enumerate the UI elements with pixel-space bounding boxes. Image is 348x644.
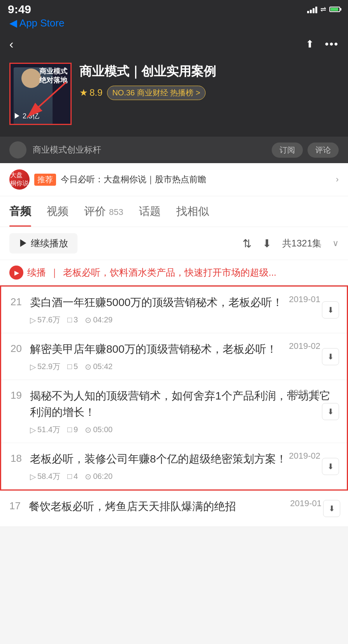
rec-text[interactable]: 今日必听：大盘桐你说｜股市热点前瞻 xyxy=(61,174,331,185)
continue-playing-bar[interactable]: 续播 ｜ 老板必听，饮料酒水类产品，快速打开市场的超级... xyxy=(0,260,348,285)
episode-download-button[interactable]: ⬇ xyxy=(322,403,339,420)
cover-text: 商业模式 绝对落地 xyxy=(39,67,67,85)
clock-icon: ⊙ xyxy=(85,315,91,325)
episode-plays: ▷ 51.4万 xyxy=(30,424,60,435)
subscribe-button[interactable]: 订阅 xyxy=(272,143,303,158)
status-bar: 9:49 ⇌ xyxy=(0,0,348,17)
episode-plays: ▷ 57.6万 xyxy=(30,315,60,325)
clock-icon: ⊙ xyxy=(85,425,91,435)
podcast-rating: ★ 8.9 xyxy=(79,87,102,98)
tab-audio-label: 音频 xyxy=(9,205,31,217)
tabs-bar: 音频 视频 评价 853 话题 找相似 xyxy=(0,196,348,227)
episode-duration: ⊙ 05:42 xyxy=(85,362,112,371)
tab-topic[interactable]: 话题 xyxy=(139,196,161,227)
episode-plays: ▷ 52.9万 xyxy=(30,361,60,372)
tab-review-label: 评价 xyxy=(84,205,106,217)
episode-number: 18 xyxy=(11,451,30,465)
episode-count: 共1321集 xyxy=(282,237,322,250)
wifi-icon: ⇌ xyxy=(320,5,326,14)
back-chevron-icon: ‹ xyxy=(9,37,14,51)
share-icon[interactable]: ⬆ xyxy=(306,38,314,50)
episode-download-button[interactable]: ⬇ xyxy=(322,348,339,365)
tab-video[interactable]: 视频 xyxy=(47,196,69,227)
episode-date: 2019-02 xyxy=(289,451,320,461)
play-icon: ▷ xyxy=(30,425,36,435)
episode-item[interactable]: 20 解密美甲店年赚800万的顶级营销秘术，老板必听！ ▷ 52.9万 □ 5 … xyxy=(1,333,347,380)
episode-count-chevron[interactable]: ∨ xyxy=(332,238,339,248)
tab-audio[interactable]: 音频 xyxy=(9,196,31,227)
episode-comments: □ 4 xyxy=(67,472,78,481)
episode-duration: ⊙ 06:20 xyxy=(85,472,112,481)
nav-bar: ‹ ⬆ ••• xyxy=(0,33,348,55)
tab-similar-label: 找相似 xyxy=(176,205,209,217)
continue-play-icon xyxy=(9,266,23,280)
episode-item[interactable]: 17 餐饮老板必听，烤鱼店天天排队爆满的绝招 2019-01 ⬇ xyxy=(0,491,348,527)
battery-icon xyxy=(329,7,340,12)
episode-download-button[interactable]: ⬇ xyxy=(322,301,339,318)
tab-review[interactable]: 评价 853 xyxy=(84,196,123,227)
continue-separator: ｜ xyxy=(50,266,59,279)
episode-date: 2018-11 xyxy=(289,388,320,398)
rec-tag: 推荐 xyxy=(34,174,56,186)
comment-icon: □ xyxy=(67,362,72,371)
episode-duration: ⊙ 04:29 xyxy=(85,315,112,325)
clock-icon: ⊙ xyxy=(85,362,91,371)
action-buttons: 订阅 评论 xyxy=(272,143,339,158)
play-icon: ▷ xyxy=(30,472,36,481)
author-avatar xyxy=(9,141,26,158)
episode-meta: ▷ 58.4万 □ 4 ⊙ 06:20 xyxy=(30,471,337,482)
highlighted-episodes: 21 卖白酒一年狂赚5000万的顶级营销秘术，老板必听！ ▷ 57.6万 □ 3… xyxy=(0,285,348,491)
tab-video-label: 视频 xyxy=(47,205,69,217)
episode-comments: □ 9 xyxy=(67,425,78,434)
episode-date: 2019-01 xyxy=(290,498,322,509)
podcast-header: 商业模式 绝对落地 ▶ 2.3亿 商业模式｜创业实用案例 ★ 8.9 NO.36… xyxy=(0,55,348,137)
episode-item[interactable]: 21 卖白酒一年狂赚5000万的顶级营销秘术，老板必听！ ▷ 57.6万 □ 3… xyxy=(1,287,347,333)
episode-download-button[interactable]: ⬇ xyxy=(323,500,340,517)
episode-comments: □ 5 xyxy=(67,362,78,371)
recommendation-bar: 大盘桐你说 推荐 今日必听：大盘桐你说｜股市热点前瞻 › xyxy=(0,163,348,196)
episode-duration: ⊙ 05:00 xyxy=(85,425,112,435)
rec-avatar-text: 大盘桐你说 xyxy=(10,171,29,188)
content-area: ▶ 继续播放 ⇅ ⬇ 共1321集 ∨ 续播 ｜ 老板必听，饮料酒水类产品，快速… xyxy=(0,227,348,527)
rec-chevron-icon[interactable]: › xyxy=(336,174,339,185)
continue-play-button[interactable]: ▶ 继续播放 xyxy=(9,233,77,253)
cover-views: ▶ 2.3亿 xyxy=(14,111,39,121)
episode-number: 20 xyxy=(11,341,30,355)
sort-icon[interactable]: ⇅ xyxy=(243,237,251,250)
appstore-back[interactable]: ◀ App Store xyxy=(9,17,64,29)
episode-item[interactable]: 19 揭秘不为人知的顶级营销术，如何舍弃1个产品利润，带动其它利润的增长！ ▷ … xyxy=(1,380,347,443)
back-button[interactable]: ‹ xyxy=(9,37,14,51)
episode-plays: ▷ 58.4万 xyxy=(30,471,60,482)
more-icon[interactable]: ••• xyxy=(325,38,339,50)
episode-toolbar: ▶ 继续播放 ⇅ ⬇ 共1321集 ∨ xyxy=(0,227,348,260)
nav-actions: ⬆ ••• xyxy=(306,38,339,50)
tab-review-badge: 853 xyxy=(107,207,123,217)
episode-comments: □ 3 xyxy=(67,315,78,324)
status-time: 9:49 xyxy=(8,3,31,16)
rank-badge[interactable]: NO.36 商业财经 热播榜 > xyxy=(107,86,205,100)
toolbar-right: ⇅ ⬇ 共1321集 ∨ xyxy=(243,237,339,250)
appstore-bar: ◀ App Store xyxy=(0,17,348,33)
continue-text: 老板必听，饮料酒水类产品，快速打开市场的超级... xyxy=(63,266,276,279)
comment-icon: □ xyxy=(67,425,72,434)
tab-topic-label: 话题 xyxy=(139,205,161,217)
episode-download-button[interactable]: ⬇ xyxy=(322,458,339,475)
podcast-title: 商业模式｜创业实用案例 xyxy=(79,63,339,80)
comment-button[interactable]: 评论 xyxy=(308,143,339,158)
podcast-meta: ★ 8.9 NO.36 商业财经 热播榜 > xyxy=(79,86,339,100)
download-all-icon[interactable]: ⬇ xyxy=(262,237,271,250)
tab-similar[interactable]: 找相似 xyxy=(176,196,209,227)
episode-date: 2019-02 xyxy=(289,341,320,351)
podcast-cover[interactable]: 商业模式 绝对落地 ▶ 2.3亿 xyxy=(9,63,72,125)
episode-meta: ▷ 52.9万 □ 5 ⊙ 05:42 xyxy=(30,361,337,372)
play-icon: ▷ xyxy=(30,362,36,371)
episode-number: 21 xyxy=(11,294,30,308)
episode-item[interactable]: 18 老板必听，装修公司年赚8个亿的超级绝密策划方案！ ▷ 58.4万 □ 4 … xyxy=(1,443,347,489)
continue-label: 续播 xyxy=(27,266,46,279)
comment-icon: □ xyxy=(67,315,72,324)
status-icons: ⇌ xyxy=(307,5,340,14)
rec-avatar: 大盘桐你说 xyxy=(9,169,30,190)
podcast-actions-row: 商业模式创业标杆 订阅 评论 xyxy=(0,137,348,163)
episode-meta: ▷ 57.6万 □ 3 ⊙ 04:29 xyxy=(30,315,337,325)
episode-meta: ▷ 51.4万 □ 9 ⊙ 05:00 xyxy=(30,424,337,435)
